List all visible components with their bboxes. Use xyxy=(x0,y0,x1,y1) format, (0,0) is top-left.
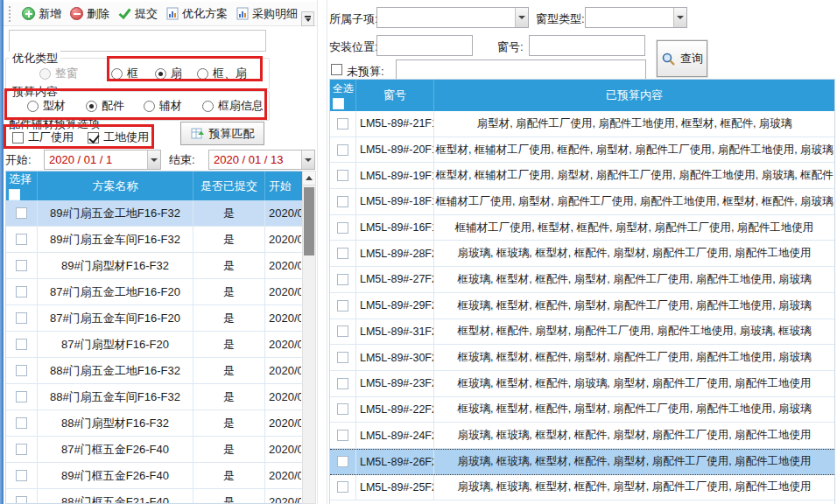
name-column-header[interactable]: 方案名称 xyxy=(38,172,193,200)
radio-whole-window[interactable]: 整窗 xyxy=(39,66,78,81)
row-checkbox[interactable] xyxy=(337,456,348,467)
start-date-picker[interactable]: 2020 / 01 / 1 xyxy=(44,150,161,170)
submit-button[interactable]: 提交 xyxy=(114,4,162,24)
row-checkbox[interactable] xyxy=(16,496,27,504)
panel-splitter[interactable] xyxy=(317,0,327,504)
radio-frame-sash-info[interactable]: 框扇信息 xyxy=(202,98,264,114)
delete-button[interactable]: 删除 xyxy=(66,4,114,24)
window-row[interactable]: LM5L-89#-18F16 框辅材工厂使用, 扇型材, 扇配件工厂使用, 扇配… xyxy=(330,189,834,215)
submitted-column-header[interactable]: 是否已提交 xyxy=(193,172,265,200)
start-column-header[interactable]: 开始 xyxy=(265,172,301,200)
row-checkbox[interactable] xyxy=(337,352,348,363)
plan-row[interactable]: 89#门框五金F26-F40 是 2020/0 xyxy=(6,463,303,489)
radio-sash[interactable]: 扇 xyxy=(155,66,182,81)
select-all-checkbox[interactable] xyxy=(333,98,344,109)
window-row[interactable]: LM5L-89#-23F21 框玻璃, 框型材, 框配件, 扇玻璃, 扇型材, … xyxy=(330,371,834,397)
row-checkbox[interactable] xyxy=(16,365,27,376)
row-checkbox[interactable] xyxy=(16,234,27,245)
chevron-down-icon[interactable] xyxy=(673,8,686,27)
end-date-picker[interactable]: 2020 / 01 / 13 xyxy=(208,150,315,170)
row-checkbox[interactable] xyxy=(16,470,27,481)
scroll-up-arrow[interactable] xyxy=(303,172,315,186)
window-no-column-header[interactable]: 窗号 xyxy=(356,80,434,111)
row-checkbox[interactable] xyxy=(16,312,27,324)
window-row[interactable]: LM5L-89#-19F17 框型材, 框辅材工厂使用, 扇型材, 扇配件工厂使… xyxy=(330,163,834,189)
window-row[interactable]: LM5L-89#-25F23 扇玻璃, 框玻璃, 框型材, 框配件, 扇型材, … xyxy=(330,475,834,501)
row-checkbox[interactable] xyxy=(337,222,348,234)
window-row[interactable]: LM5L-89#-28F26 扇玻璃, 框玻璃, 框型材, 框配件, 扇型材, … xyxy=(330,241,834,267)
radio-frame-sash[interactable]: 框、扇 xyxy=(197,66,247,81)
window-row[interactable]: LM5L-89#-24F22 扇玻璃, 框玻璃, 框型材, 框配件, 扇型材, … xyxy=(330,423,834,449)
window-row[interactable]: LM5L-89#-21F19 扇型材, 扇配件工厂使用, 扇配件工地使用, 框型… xyxy=(330,111,834,137)
budgeted-content: 框玻璃, 框型材, 框配件, 扇型材, 扇配件工厂使用, 扇配件工地使用, 扇玻… xyxy=(434,267,834,292)
chevron-down-icon[interactable] xyxy=(147,150,160,169)
checkbox-site-use[interactable]: 工地使用 xyxy=(88,130,149,145)
select-all-checkbox[interactable] xyxy=(9,189,20,200)
window-row[interactable]: LM5L-89#-20F18 框型材, 框辅材工厂使用, 框配件, 扇型材, 扇… xyxy=(330,137,834,164)
window-row[interactable]: LM5L-89#-26F24 扇玻璃, 框玻璃, 框型材, 框配件, 扇型材, … xyxy=(330,449,834,475)
plan-row[interactable]: 89#门扇型材F16-F32 是 2020/0 xyxy=(6,253,303,279)
add-button[interactable]: 新增 xyxy=(18,4,66,24)
plan-row[interactable]: 88#门扇五金工地F16-F32 是 2020/0 xyxy=(6,358,303,384)
row-checkbox[interactable] xyxy=(337,300,348,312)
scrollbar-thumb[interactable] xyxy=(304,187,314,256)
plan-row[interactable]: 87#门扇型材F16-F20 是 2020/0 xyxy=(6,332,303,358)
chevron-down-icon[interactable] xyxy=(301,150,314,169)
plan-row[interactable]: 88#门扇型材F16-F32 是 2020/0 xyxy=(6,410,303,437)
budget-match-button[interactable]: 预算匹配 xyxy=(180,122,264,145)
window-row[interactable]: LM5L-89#-16F15 框辅材工厂使用, 框型材, 框配件, 扇型材, 扇… xyxy=(330,215,834,242)
vertical-scrollbar[interactable] xyxy=(302,171,316,504)
plan-row[interactable]: 89#门扇五金工地F16-F32 是 2020/0 xyxy=(6,200,303,227)
window-row[interactable]: LM5L-89#-27F25 框玻璃, 框型材, 框配件, 扇型材, 扇配件工厂… xyxy=(330,267,834,293)
row-checkbox[interactable] xyxy=(337,481,348,493)
sub-item-select[interactable] xyxy=(376,7,529,28)
row-checkbox[interactable] xyxy=(16,286,27,298)
row-checkbox[interactable] xyxy=(16,391,27,402)
window-row[interactable]: LM5L-89#-31F29 框型材, 框配件, 扇型材, 扇配件工厂使用, 扇… xyxy=(330,319,834,346)
window-type-select[interactable] xyxy=(585,7,687,28)
row-checkbox[interactable] xyxy=(16,444,27,455)
row-checkbox[interactable] xyxy=(337,274,348,285)
optimize-plan-button[interactable]: 优化方案 xyxy=(162,4,232,24)
plan-row[interactable]: 88#门框五金F21-F40 是 2020/0 xyxy=(6,489,303,504)
window-no-label: 窗号: xyxy=(497,39,524,55)
plan-row[interactable]: 87#门扇五金工地F16-F20 是 2020/0 xyxy=(6,279,303,305)
row-checkbox[interactable] xyxy=(337,118,348,130)
checkbox-factory-use[interactable]: 工厂使用 xyxy=(12,130,74,145)
row-checkbox[interactable] xyxy=(16,260,27,271)
toolbar-grip[interactable] xyxy=(9,6,12,22)
row-checkbox[interactable] xyxy=(337,378,348,389)
plan-row[interactable]: 87#门扇五金车间F16-F20 是 2020/0 xyxy=(6,305,303,332)
radio-frame[interactable]: 框 xyxy=(111,66,138,81)
row-checkbox[interactable] xyxy=(337,144,348,156)
row-checkbox[interactable] xyxy=(337,326,348,337)
plan-submitted: 是 xyxy=(193,358,265,383)
row-checkbox[interactable] xyxy=(337,196,348,207)
plan-row[interactable]: 88#门扇五金车间F16-F32 是 2020/0 xyxy=(6,384,303,410)
plan-row[interactable]: 87#门框五金F26-F40 是 2020/0 xyxy=(6,437,303,463)
row-checkbox[interactable] xyxy=(16,417,27,429)
window-no: LM5L-89#-16F15 xyxy=(356,215,434,241)
unbudgeted-checkbox[interactable] xyxy=(331,64,342,75)
chevron-down-icon[interactable] xyxy=(515,8,528,27)
row-checkbox[interactable] xyxy=(337,430,348,441)
query-button[interactable]: 查询 xyxy=(657,40,707,77)
install-pos-input[interactable] xyxy=(376,35,473,56)
row-checkbox[interactable] xyxy=(16,207,27,219)
budgeted-content-column-header[interactable]: 已预算内容 xyxy=(434,80,834,111)
window-no-input[interactable] xyxy=(529,35,645,56)
row-checkbox[interactable] xyxy=(16,339,27,350)
unbudgeted-input[interactable] xyxy=(396,60,646,80)
plan-row[interactable]: 89#门扇五金车间F16-F32 是 2020/0 xyxy=(6,227,303,253)
row-checkbox[interactable] xyxy=(337,170,348,181)
window-row[interactable]: LM5L-89#-30F28 框玻璃, 框型材, 框配件, 扇型材, 扇配件工厂… xyxy=(330,345,834,371)
row-checkbox[interactable] xyxy=(337,248,348,259)
plan-filter-input[interactable] xyxy=(9,30,266,52)
window-row[interactable]: LM5L-89#-22F20 框玻璃, 框型材, 框配件, 扇型材, 扇配件工厂… xyxy=(330,397,834,424)
radio-aux-material[interactable]: 辅材 xyxy=(144,98,182,114)
radio-accessory[interactable]: 配件 xyxy=(86,98,124,114)
radio-profile[interactable]: 型材 xyxy=(27,98,66,114)
toolbar-overflow-button[interactable] xyxy=(301,11,314,26)
row-checkbox[interactable] xyxy=(337,403,348,415)
window-row[interactable]: LM5L-89#-29F27 框玻璃, 框型材, 框配件, 扇型材, 扇配件工厂… xyxy=(330,293,834,319)
